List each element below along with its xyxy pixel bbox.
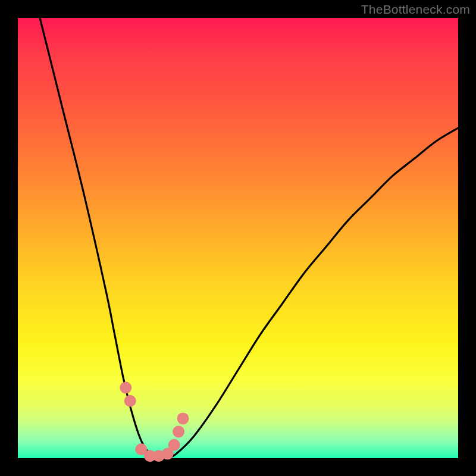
marker-point: [120, 382, 131, 394]
watermark-text: TheBottleneck.com: [361, 2, 470, 17]
chart-frame: TheBottleneck.com: [0, 0, 476, 476]
highlight-markers: [120, 382, 189, 462]
marker-point: [124, 395, 136, 407]
curve-path: [40, 18, 458, 459]
bottleneck-curve: [18, 18, 458, 458]
marker-point: [173, 426, 184, 438]
plot-area: [18, 18, 458, 458]
marker-point: [177, 412, 189, 424]
marker-point: [168, 439, 180, 451]
